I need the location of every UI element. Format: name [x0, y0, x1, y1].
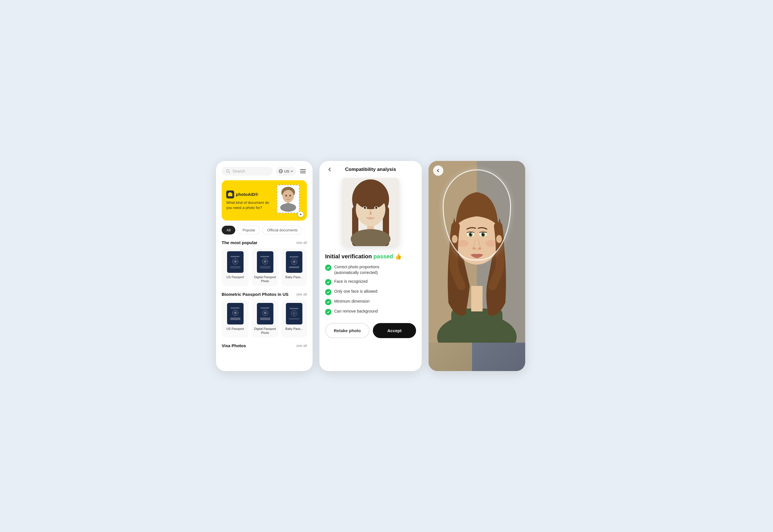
- check-icon-2: [325, 279, 331, 285]
- svg-point-30: [235, 312, 236, 314]
- svg-point-47: [355, 184, 386, 209]
- search-icon: [226, 169, 230, 173]
- retake-button[interactable]: Retake photo: [325, 323, 369, 338]
- screen2-title: Compatibility analysis: [345, 167, 396, 172]
- search-bar: Search US: [222, 167, 307, 176]
- see-all-popular[interactable]: see all: [296, 240, 307, 245]
- star-badge: ✦: [298, 211, 304, 217]
- top-nav: Compatibility analysis: [325, 167, 416, 172]
- screen-compatibility: Compatibility analysis: [319, 161, 422, 371]
- back-button[interactable]: [325, 165, 334, 174]
- check-text-3: Only one face is allowed: [334, 289, 377, 294]
- section-popular: The most popular see all PASSPORT: [222, 240, 307, 286]
- see-all-biometric[interactable]: see all: [296, 292, 307, 296]
- passport-seal-3: [291, 258, 298, 265]
- popular-item-3[interactable]: PASSPORT Baby Pass...: [281, 248, 307, 286]
- checkmark-icon-4: [327, 300, 330, 304]
- menu-line: [300, 171, 306, 171]
- check-item-4: Minimum dimension: [325, 299, 416, 305]
- section-header-popular: The most popular see all: [222, 240, 307, 245]
- passport-seal-b1: [232, 309, 239, 316]
- popular-label-1: US Passport: [227, 275, 244, 279]
- banner-photo: ✦: [277, 185, 302, 216]
- search-input-wrap[interactable]: Search: [222, 167, 273, 176]
- person-preview: [278, 186, 298, 212]
- passport-card-b1: PASSPORT: [227, 303, 244, 324]
- banner-question: What kind of document do you need a phot…: [226, 200, 272, 210]
- camera-icon: [228, 192, 233, 197]
- banner-text: photoAiD® What kind of document do you n…: [226, 190, 272, 210]
- popular-label-2: Digital Passport Photo: [253, 275, 277, 283]
- biometric-item-3[interactable]: PASSPORT Baby Pass...: [281, 300, 307, 338]
- svg-point-39: [293, 312, 296, 315]
- action-buttons: Retake photo Accept: [325, 323, 416, 338]
- locale-button[interactable]: US: [276, 167, 296, 176]
- passport-seal-b3: [291, 310, 298, 317]
- passport-seal-1: [232, 258, 239, 265]
- app-banner[interactable]: photoAiD® What kind of document do you n…: [222, 180, 307, 221]
- screen-home: Search US: [216, 161, 313, 371]
- check-text-1: Correct photo proportions(automatically …: [334, 264, 379, 275]
- passport-seal-b2: [262, 309, 269, 316]
- filter-popular[interactable]: Popular: [238, 226, 260, 234]
- svg-point-0: [226, 169, 229, 172]
- back-arrow-icon: [327, 167, 333, 172]
- section-title-visa: Visa Photos: [222, 343, 246, 348]
- globe-icon: [279, 169, 283, 173]
- filter-official[interactable]: Official documents: [262, 226, 302, 234]
- camera-back-arrow-icon: [436, 168, 441, 173]
- menu-line: [300, 173, 306, 173]
- checkmark-icon-3: [327, 290, 330, 294]
- section-header-visa: Visa Photos see all: [222, 343, 307, 348]
- biometric-label-3: Baby Pass...: [285, 327, 303, 331]
- accept-button[interactable]: Accept: [373, 323, 416, 338]
- svg-point-10: [290, 195, 291, 196]
- check-item-1: Correct photo proportions(automatically …: [325, 264, 416, 275]
- svg-line-1: [229, 172, 230, 173]
- biometric-label-1: US Passport: [227, 327, 244, 331]
- brand-logo: photoAiD®: [226, 190, 272, 198]
- passport-seal-2: [262, 258, 269, 265]
- camera-back-button[interactable]: [433, 166, 443, 176]
- screen2-inner: Compatibility analysis: [319, 161, 422, 344]
- passport-card-1: PASSPORT: [227, 251, 244, 273]
- biometric-items-row: PASSPORT: [222, 300, 307, 338]
- check-list: Correct photo proportions(automatically …: [325, 264, 416, 315]
- photo-preview: [342, 178, 399, 246]
- checkmark-icon-2: [327, 280, 330, 284]
- screens-container: Search US: [216, 161, 557, 371]
- popular-items-row: PASSPORT: [222, 248, 307, 286]
- photo-frame: [277, 185, 300, 213]
- check-text-5: Can remove background: [334, 309, 378, 314]
- passport-photo-preview: [342, 178, 399, 246]
- biometric-label-2: Digital Passport Photo: [253, 327, 277, 335]
- see-all-visa[interactable]: see all: [296, 344, 307, 348]
- brand-icon: [226, 190, 234, 198]
- filter-all[interactable]: All: [222, 226, 235, 234]
- biometric-item-1[interactable]: PASSPORT: [222, 300, 249, 338]
- check-icon-1: [325, 265, 331, 271]
- section-title-popular: The most popular: [222, 240, 258, 245]
- check-item-3: Only one face is allowed: [325, 289, 416, 295]
- verification-status: passed: [373, 253, 393, 259]
- biometric-item-2[interactable]: PASSPORT Digital Passport Photo: [252, 300, 279, 338]
- svg-point-9: [286, 195, 287, 196]
- svg-point-13: [235, 261, 236, 262]
- check-icon-3: [325, 289, 331, 295]
- checkmark-icon-5: [327, 310, 330, 314]
- popular-item-2[interactable]: PASSPORT: [252, 248, 279, 286]
- check-icon-4: [325, 299, 331, 305]
- section-title-biometric: Biometric Passport Photos in US: [222, 292, 289, 297]
- passport-card-2: PASSPORT: [257, 251, 273, 273]
- popular-item-1[interactable]: PASSPORT: [222, 248, 249, 286]
- svg-point-8: [280, 203, 296, 212]
- verification-title: Initial verification passed 👍: [325, 253, 416, 260]
- check-text-2: Face is recognized: [334, 279, 368, 284]
- svg-point-27: [293, 261, 295, 263]
- check-icon-5: [325, 309, 331, 315]
- svg-point-6: [283, 190, 294, 202]
- popular-label-3: Baby Pass...: [285, 275, 303, 279]
- menu-button[interactable]: [299, 168, 307, 174]
- chevron-down-icon: [291, 170, 293, 173]
- check-item-2: Face is recognized: [325, 279, 416, 285]
